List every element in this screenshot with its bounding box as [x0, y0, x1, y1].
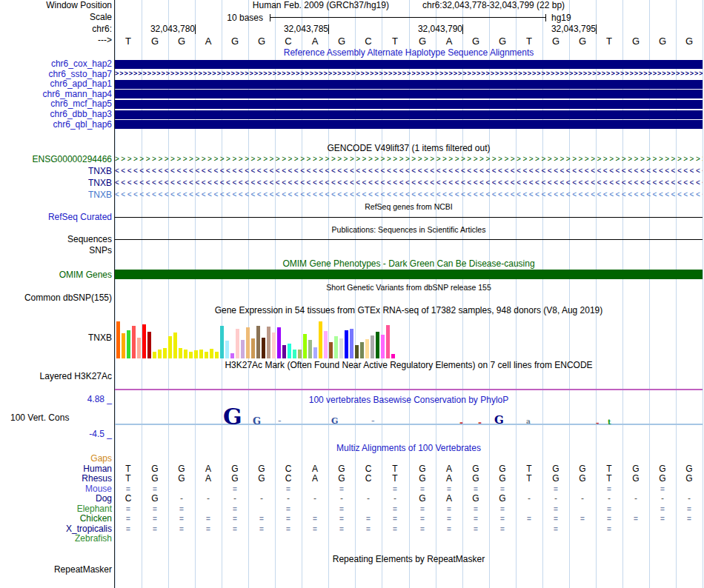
gtex-tissue-bar[interactable] [313, 347, 317, 358]
gene-label[interactable]: TNXB [0, 190, 112, 200]
hap-alignment-bar[interactable] [115, 110, 703, 119]
dbsnp-track-label[interactable]: Common dbSNP(155) [0, 293, 112, 303]
hap-alignment-bar[interactable] [115, 120, 703, 129]
snps-label[interactable]: SNPs [0, 246, 112, 255]
species-label[interactable]: Chicken [0, 514, 112, 524]
gtex-tissue-bar[interactable] [339, 338, 343, 358]
refseq-curated-label[interactable]: RefSeq Curated [0, 213, 112, 222]
gtex-tissue-bar[interactable] [371, 335, 374, 358]
hap-alignment-bar[interactable] [115, 100, 703, 109]
publications-track-title[interactable]: Publications: Sequences in Scientific Ar… [115, 225, 703, 235]
gtex-tissue-bar[interactable] [391, 354, 395, 358]
gtex-tissue-bar[interactable] [210, 349, 213, 358]
hap-alignment-bar[interactable] [115, 90, 703, 98]
conservation-track-title[interactable]: 100 vertebrates Basewise Conservation by… [115, 395, 703, 405]
gtex-tissue-bar[interactable] [298, 350, 302, 358]
gtex-tissue-bar[interactable] [282, 345, 286, 358]
gene-strand-arrows[interactable]: <<<<<<<<<<<<<<<<<<<<<<<<<<<<<<<<<<<<<<<<… [115, 167, 703, 176]
species-label[interactable]: Dog [0, 494, 112, 504]
gtex-tissue-bar[interactable] [355, 345, 359, 358]
gtex-tissue-bar[interactable] [194, 350, 198, 358]
omim-gene-bar[interactable] [115, 270, 703, 279]
gtex-gene-label[interactable]: TNXB [0, 333, 112, 343]
gtex-tissue-bar[interactable] [168, 336, 172, 358]
gtex-tissue-bar[interactable] [365, 339, 369, 358]
hap-track-label[interactable]: chr6_mcf_hap5 [0, 99, 112, 109]
gtex-tissue-bar[interactable] [116, 321, 120, 358]
hap-track-label[interactable]: chr6_dbb_hap3 [0, 110, 112, 119]
gtex-tissue-bar[interactable] [163, 348, 167, 358]
repeatmasker-track-label[interactable]: RepeatMasker [0, 565, 112, 575]
gtex-tissue-bar[interactable] [324, 331, 328, 358]
gtex-tissue-bar[interactable] [262, 338, 265, 358]
gtex-tissue-bar[interactable] [241, 340, 245, 358]
gtex-tissue-bar[interactable] [251, 338, 255, 358]
gene-label[interactable]: TNXB [0, 178, 112, 188]
hap-alignment-bar[interactable] [115, 60, 703, 69]
gtex-tissue-bar[interactable] [256, 326, 260, 358]
gtex-tissue-bar[interactable] [334, 336, 338, 358]
gtex-tissue-bar[interactable] [199, 350, 203, 358]
species-label[interactable]: Zebrafish [0, 534, 112, 544]
hap-alignment-bar[interactable] [115, 80, 703, 89]
gtex-tissue-bar[interactable] [376, 332, 379, 358]
gene-strand-arrows[interactable]: <<<<<<<<<<<<<<<<<<<<<<<<<<<<<<<<<<<<<<<<… [115, 190, 703, 200]
gtex-tissue-bar[interactable] [220, 326, 224, 358]
gtex-tissue-bar[interactable] [277, 327, 281, 358]
gtex-tissue-bar[interactable] [127, 330, 130, 358]
gtex-tissue-bar[interactable] [303, 334, 307, 358]
gtex-tissue-bar[interactable] [179, 348, 182, 358]
gene-strand-arrows[interactable]: >>>>>>>>>>>>>>>>>>>>>>>>>>>>>>>>>>>>>>>>… [115, 155, 703, 164]
gtex-tissue-bar[interactable] [230, 353, 234, 358]
gtex-tissue-bar[interactable] [319, 321, 322, 358]
gtex-tissue-bar[interactable] [288, 344, 291, 358]
gene-label[interactable]: TNXB [0, 167, 112, 176]
gene-label[interactable]: ENSG00000294466 [0, 155, 112, 164]
gtex-tissue-bar[interactable] [158, 350, 162, 358]
gtex-tissue-bar[interactable] [272, 333, 276, 358]
species-label[interactable]: Rhesus [0, 474, 112, 484]
gtex-tissue-bar[interactable] [147, 332, 151, 358]
hap-track-label[interactable]: chr6_cox_hap2 [0, 59, 112, 69]
omim-genes-label[interactable]: OMIM Genes [0, 270, 112, 280]
gtex-tissue-bar[interactable] [153, 352, 156, 358]
repeatmasker-track-title[interactable]: Repeating Elements by RepeatMasker [115, 555, 703, 564]
gtex-tissue-bar[interactable] [329, 342, 333, 358]
gtex-tissue-bar[interactable] [137, 338, 141, 358]
gtex-tissue-bar[interactable] [381, 335, 385, 358]
gene-strand-arrows[interactable]: <<<<<<<<<<<<<<<<<<<<<<<<<<<<<<<<<<<<<<<<… [115, 178, 703, 188]
hap-track-label[interactable]: chr6_apd_hap1 [0, 79, 112, 89]
gtex-tissue-bar[interactable] [184, 350, 187, 358]
omim-track-title[interactable]: OMIM Gene Phenotypes - Dark Green Can Be… [115, 259, 703, 269]
h3k27ac-signal-line[interactable] [115, 389, 703, 390]
gencode-track-title[interactable]: GENCODE V49lift37 (1 items filtered out) [115, 144, 703, 153]
gtex-tissue-bar[interactable] [386, 325, 390, 358]
hap-track-label[interactable]: chr6_qbl_hap6 [0, 120, 112, 130]
gtex-tissue-bar[interactable] [122, 333, 125, 358]
gtex-tissue-bar[interactable] [132, 326, 136, 358]
hap-track-title[interactable]: Reference Assembly Alternate Haplotype S… [115, 48, 703, 58]
gtex-tissue-bar[interactable] [225, 341, 229, 358]
refseq-track-title[interactable]: RefSeq genes from NCBI [115, 202, 703, 212]
hap-alignment-chevrons[interactable]: >>>>>>>>>>>>>>>>>>>>>>>>>>>>>>>>>>>>>>>>… [115, 70, 703, 78]
conservation-track-label[interactable]: 100 Vert. Cons [0, 413, 112, 423]
refseq-item-line[interactable] [115, 217, 703, 218]
gtex-tissue-bar[interactable] [345, 330, 348, 358]
gtex-track-title[interactable]: Gene Expression in 54 tissues from GTEx … [115, 306, 703, 315]
gtex-tissue-bar[interactable] [308, 340, 312, 358]
gtex-tissue-bar[interactable] [236, 329, 239, 358]
gtex-tissue-bar[interactable] [293, 350, 296, 358]
publication-sequence-line[interactable] [115, 239, 703, 240]
species-label[interactable]: Gaps [0, 454, 112, 464]
multiz-track-title[interactable]: Multiz Alignments of 100 Vertebrates [115, 444, 703, 453]
sequences-label[interactable]: Sequences [0, 235, 112, 244]
gtex-tissue-bar[interactable] [215, 352, 219, 358]
gtex-tissue-bar[interactable] [189, 352, 193, 358]
gtex-tissue-bar[interactable] [360, 342, 364, 358]
h3k27ac-track-label[interactable]: Layered H3K27Ac [0, 372, 112, 381]
gtex-tissue-bar[interactable] [246, 327, 250, 358]
gtex-tissue-bar[interactable] [267, 327, 270, 358]
h3k27ac-track-title[interactable]: H3K27Ac Mark (Often Found Near Active Re… [115, 361, 703, 370]
gtex-tissue-bar[interactable] [173, 333, 177, 358]
gtex-tissue-bar[interactable] [350, 329, 353, 358]
